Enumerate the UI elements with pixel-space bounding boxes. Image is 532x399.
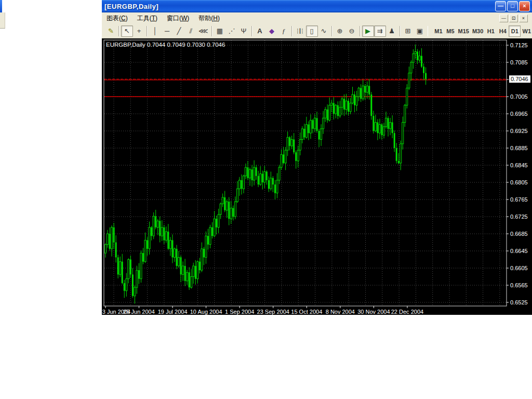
candle-down: [228, 202, 230, 219]
candle-up: [149, 228, 150, 249]
candlestick-chart-button[interactable]: ▯: [306, 25, 318, 37]
candle-down: [167, 232, 169, 249]
timeframe-d1-button[interactable]: D1: [509, 25, 521, 37]
pencil-button[interactable]: ✎: [105, 25, 117, 37]
auto-scroll-icon: ▶: [365, 27, 370, 35]
timeframe-m30-button[interactable]: M30: [471, 25, 485, 37]
candle-down: [327, 110, 328, 121]
fibo-retracement-button[interactable]: ▦: [214, 25, 226, 37]
line-chart-icon: ∿: [321, 27, 327, 35]
timeframe-m1-button[interactable]: M1: [433, 25, 445, 37]
bar-chart-button[interactable]: ┆┃┆: [294, 25, 306, 37]
strategy-tester-icon: ♟: [389, 27, 395, 35]
candle-up: [270, 178, 272, 189]
equidistant-channel-button[interactable]: ⫽: [185, 25, 197, 37]
candle-down: [117, 257, 119, 274]
timeframe-h1-button[interactable]: H1: [485, 25, 497, 37]
candle-up: [243, 176, 244, 189]
menu-item-w[interactable]: 窗口(W): [162, 13, 194, 24]
candle-up: [218, 215, 219, 228]
candle-up: [301, 129, 303, 140]
candle-down: [262, 174, 263, 183]
mdi-minimize-button[interactable]: —: [499, 15, 508, 22]
menu-bar: 图表(C)工具(T)窗口(W)帮助(H) — ⊡ ×: [102, 12, 532, 24]
fibo-fan-button[interactable]: ⋘: [197, 25, 210, 37]
mdi-close-button[interactable]: ×: [519, 15, 528, 22]
zoom-out-button[interactable]: ⊖: [346, 25, 358, 37]
mdi-restore-button[interactable]: ⊡: [509, 15, 518, 22]
fibo-expansion-button[interactable]: ⋰: [226, 25, 238, 37]
timeframe-h4-button[interactable]: H4: [497, 25, 509, 37]
indicators-button[interactable]: ƒ: [278, 25, 290, 37]
new-chart-button[interactable]: ⊞: [402, 25, 414, 37]
profiles-icon: ▣: [417, 27, 423, 35]
candle-up: [375, 123, 376, 131]
candle-up: [157, 221, 158, 227]
price-tick-label: 0.6885: [510, 145, 528, 151]
toolbar-separator: [211, 26, 212, 36]
candle-up: [390, 123, 391, 129]
candle-up: [182, 266, 184, 275]
candle-up: [379, 125, 380, 134]
price-tick-label: 0.6645: [510, 248, 528, 254]
timeframe-m5-button[interactable]: M5: [445, 25, 457, 37]
candle-up: [385, 118, 387, 127]
crosshair-button[interactable]: +: [133, 25, 145, 37]
candle-up: [234, 202, 236, 217]
menu-item-h[interactable]: 帮助(H): [194, 13, 224, 24]
price-tick-label: 0.6965: [510, 111, 528, 117]
minimize-button[interactable]: —: [495, 1, 506, 11]
line-chart-button[interactable]: ∿: [318, 25, 330, 37]
equidistant-channel-icon: ⫽: [190, 27, 193, 35]
toolbar-separator: [291, 26, 292, 36]
candle-down: [295, 152, 297, 161]
strategy-tester-button[interactable]: ♟: [386, 25, 398, 37]
candle-down: [132, 274, 134, 296]
candle-up: [331, 103, 332, 105]
price-tick-label: 0.6725: [510, 214, 528, 220]
candle-down: [381, 125, 382, 136]
candle-up: [144, 240, 146, 261]
profiles-button[interactable]: ▣: [414, 25, 426, 37]
candle-down: [151, 228, 152, 236]
andrews-pitchfork-button[interactable]: Ψ: [238, 25, 250, 37]
arrow-objects-icon: ◆: [269, 27, 274, 35]
timeframe-m15-button[interactable]: M15: [457, 25, 471, 37]
text-label-button[interactable]: A: [254, 25, 266, 37]
date-tick-label: 25 Jun 2004: [123, 309, 155, 315]
price-tick-label: 0.6845: [510, 162, 528, 168]
candle-up: [205, 236, 207, 257]
candle-up: [238, 180, 240, 189]
price-tick-label: 0.7005: [510, 94, 528, 100]
timeframe-w1-button[interactable]: W1: [521, 25, 532, 37]
candle-up: [291, 140, 292, 146]
date-tick-label: 30 Nov 2004: [357, 309, 390, 315]
auto-scroll-button[interactable]: ▶: [362, 25, 374, 37]
cursor-button[interactable]: ↖: [121, 25, 133, 37]
maximize-button[interactable]: □: [507, 1, 518, 11]
menu-item-c[interactable]: 图表(C): [102, 13, 132, 24]
candle-down: [274, 184, 276, 193]
candle-down: [184, 266, 186, 281]
candle-up: [209, 228, 211, 245]
candle-down: [211, 228, 213, 236]
candle-up: [356, 97, 357, 105]
candle-down: [113, 228, 115, 243]
pencil-icon: ✎: [108, 27, 114, 35]
candle-down: [155, 216, 156, 227]
vertical-line-button[interactable]: │: [149, 25, 161, 37]
arrow-objects-button[interactable]: ◆: [266, 25, 278, 37]
candle-up: [314, 118, 316, 129]
candle-down: [377, 123, 378, 134]
candle-up: [222, 197, 223, 204]
window-titlebar: [EURGBP,Daily] — □ ×: [102, 0, 532, 12]
price-chart[interactable]: 0.71250.70850.70450.70050.69650.69250.68…: [102, 38, 532, 315]
candle-up: [134, 287, 136, 296]
chart-shift-button[interactable]: ⇉: [374, 25, 386, 37]
trendline-button[interactable]: ╱: [173, 25, 185, 37]
horizontal-line-button[interactable]: ─: [161, 25, 173, 37]
candle-down: [251, 169, 253, 180]
zoom-in-button[interactable]: ⊕: [334, 25, 346, 37]
close-button[interactable]: ×: [519, 1, 530, 11]
menu-item-t[interactable]: 工具(T): [132, 13, 162, 24]
